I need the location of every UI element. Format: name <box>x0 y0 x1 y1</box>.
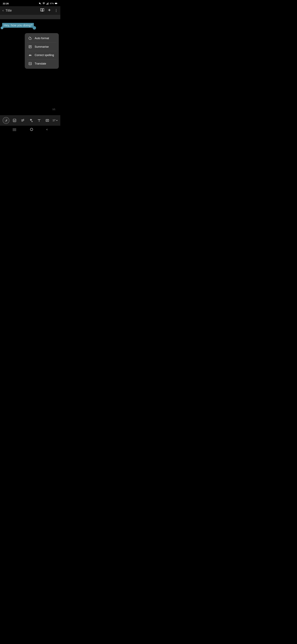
svg-text:あ: あ <box>30 63 31 64</box>
svg-rect-2 <box>47 4 47 5</box>
context-menu: Auto format Summarise abc Correct spelli… <box>25 33 59 69</box>
add-icon[interactable] <box>47 8 51 13</box>
battery-icon <box>55 2 57 5</box>
menu-item-summarise-label: Summarise <box>35 45 49 48</box>
status-bar: 22:26 97% <box>0 0 60 6</box>
menu-item-spelling[interactable]: abc Correct spelling <box>25 52 59 59</box>
menu-item-translate-label: Translate <box>35 62 46 65</box>
menu-item-autoformat-label: Auto format <box>35 37 49 40</box>
page-number: 1/1 <box>52 108 55 110</box>
main-content: Hey, how you doing? Auto format <box>0 19 60 115</box>
ai-button[interactable] <box>28 117 34 124</box>
status-icons: 97% <box>39 2 57 5</box>
menu-item-translate[interactable]: A あ Translate <box>25 60 59 68</box>
selected-text-container: Hey, how you doing? <box>2 23 34 28</box>
signal-icon <box>46 2 49 5</box>
autoformat-icon <box>28 36 32 40</box>
summarise-icon <box>28 45 32 48</box>
svg-rect-17 <box>13 119 16 122</box>
spelling-icon: abc <box>28 54 32 56</box>
book-icon[interactable] <box>40 8 44 13</box>
sub-header-band <box>0 15 60 19</box>
header-left: ‹ Title <box>2 8 12 12</box>
pen-button[interactable] <box>3 117 9 124</box>
menu-item-autoformat[interactable]: Auto format <box>25 34 59 42</box>
text-button[interactable] <box>36 117 42 124</box>
text-format-button[interactable]: T <box>20 117 26 124</box>
nav-home-button[interactable]: ||| <box>13 128 17 131</box>
wifi-icon <box>42 2 45 5</box>
svg-rect-7 <box>57 3 57 4</box>
menu-item-spelling-label: Correct spelling <box>35 54 54 57</box>
svg-point-27 <box>30 128 33 131</box>
font-size-selector[interactable]: 17 ▼ <box>53 119 58 122</box>
done-button[interactable] <box>11 117 18 124</box>
selected-text[interactable]: Hey, how you doing? <box>2 23 34 28</box>
svg-rect-24 <box>46 119 49 122</box>
font-size-dropdown-icon: ▼ <box>56 120 58 121</box>
menu-item-summarise[interactable]: Summarise <box>25 43 59 50</box>
nav-bar: ||| ‹ <box>0 126 60 133</box>
app-header: ‹ Title ⋮ <box>0 6 60 15</box>
svg-rect-6 <box>55 3 57 4</box>
font-size-value: 17 <box>53 119 55 122</box>
page-title: Title <box>5 8 12 12</box>
selection-handle-left <box>0 26 3 29</box>
header-right: ⋮ <box>40 8 58 13</box>
mute-icon <box>39 2 41 5</box>
svg-rect-3 <box>47 3 48 5</box>
svg-text:T: T <box>23 119 24 120</box>
nav-circle-button[interactable] <box>30 128 33 131</box>
selection-handle-right <box>33 26 36 30</box>
more-options-icon[interactable]: ⋮ <box>54 8 58 12</box>
back-button[interactable]: ‹ <box>2 8 3 12</box>
textbox-button[interactable] <box>44 117 50 124</box>
battery-percentage: 97% <box>50 2 54 5</box>
svg-rect-1 <box>46 4 46 5</box>
status-time: 22:26 <box>3 2 9 5</box>
nav-back-button[interactable]: ‹ <box>46 128 47 132</box>
translate-icon: A あ <box>28 62 32 65</box>
menu-divider-3 <box>27 59 56 60</box>
bottom-toolbar: T 17 ▼ <box>0 115 60 126</box>
svg-rect-4 <box>48 2 48 5</box>
